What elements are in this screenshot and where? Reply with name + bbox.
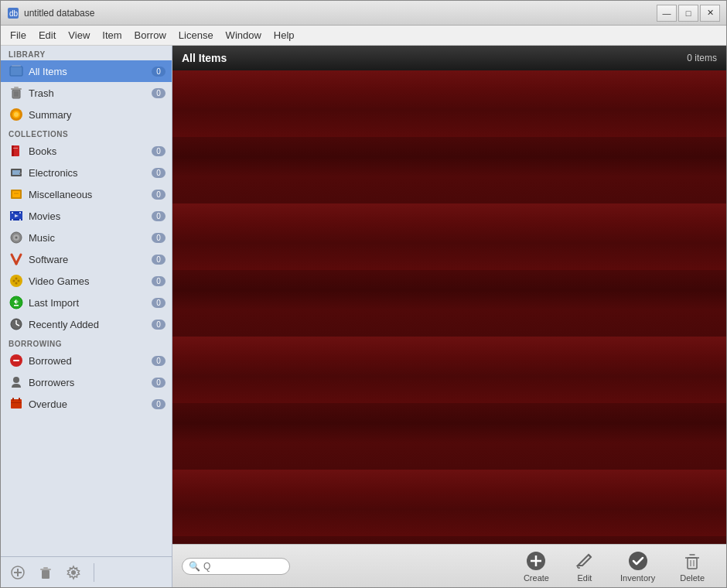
svg-rect-3: [12, 65, 21, 67]
music-label: Music: [29, 232, 152, 244]
menu-license[interactable]: License: [172, 28, 220, 43]
wood-row-2: [172, 137, 726, 203]
movies-label: Movies: [29, 210, 152, 222]
menu-window[interactable]: Window: [220, 28, 268, 43]
electronics-badge: 0: [152, 168, 166, 178]
maximize-button[interactable]: □: [678, 5, 698, 22]
svg-rect-15: [13, 148, 18, 149]
search-icon: 🔍: [189, 561, 200, 572]
sidebar-item-summary[interactable]: Summary: [1, 104, 172, 125]
svg-rect-57: [42, 570, 49, 579]
sidebar-item-music[interactable]: Music 0: [1, 227, 172, 248]
svg-rect-6: [14, 87, 19, 88]
wood-row-5: [172, 337, 726, 403]
sidebar-item-all-items[interactable]: All Items 0: [1, 60, 172, 82]
content-body[interactable]: [172, 70, 726, 544]
collections-section-label: COLLECTIONS: [1, 125, 172, 140]
sidebar-item-overdue[interactable]: Overdue 0: [1, 393, 172, 415]
electronics-icon: [9, 165, 24, 180]
close-button[interactable]: ✕: [700, 5, 720, 22]
sidebar-item-borrowed[interactable]: Borrowed 0: [1, 350, 172, 371]
menu-edit[interactable]: Edit: [32, 28, 62, 43]
all-items-icon: [9, 63, 24, 79]
wood-row-4: [172, 270, 726, 337]
edit-label: Edit: [577, 573, 592, 583]
wood-row-8: [172, 536, 726, 544]
window-title: untitled database: [24, 8, 657, 19]
sidebar-item-recently-added[interactable]: Recently Added 0: [1, 313, 172, 335]
sidebar-toolbar: [1, 556, 172, 587]
sidebar-item-books[interactable]: Books 0: [1, 140, 172, 162]
title-bar: db untitled database — □ ✕: [1, 1, 726, 26]
svg-line-33: [12, 255, 16, 264]
content-header: All Items 0 items: [172, 46, 726, 70]
video-games-label: Video Games: [29, 275, 152, 287]
summary-label: Summary: [29, 109, 166, 121]
create-button[interactable]: Create: [511, 547, 561, 586]
content-count: 0 items: [687, 53, 717, 63]
recently-added-label: Recently Added: [29, 319, 152, 330]
borrowed-badge: 0: [152, 356, 166, 366]
delete-button[interactable]: Delete: [667, 547, 717, 586]
music-badge: 0: [152, 233, 166, 243]
remove-collection-button[interactable]: [35, 562, 56, 583]
all-items-label: All Items: [29, 66, 152, 77]
books-icon: [9, 143, 24, 159]
svg-rect-53: [11, 402, 22, 403]
search-box[interactable]: 🔍: [182, 558, 290, 575]
inventory-button[interactable]: Inventory: [608, 547, 667, 586]
sidebar-item-movies[interactable]: Movies 0: [1, 205, 172, 227]
sidebar-item-misc[interactable]: Miscellaneous 0: [1, 183, 172, 205]
svg-point-66: [629, 552, 647, 570]
svg-rect-58: [40, 569, 51, 570]
sidebar-item-trash[interactable]: Trash 0: [1, 82, 172, 104]
svg-rect-2: [10, 67, 22, 76]
all-items-badge: 0: [152, 67, 166, 77]
svg-rect-17: [12, 170, 20, 175]
svg-point-60: [71, 570, 76, 575]
svg-rect-43: [14, 305, 19, 306]
music-icon: [9, 230, 24, 245]
svg-point-27: [12, 219, 13, 220]
edit-button[interactable]: Edit: [561, 547, 608, 586]
sidebar-item-last-import[interactable]: Last Import 0: [1, 292, 172, 313]
svg-rect-52: [19, 398, 20, 401]
create-label: Create: [524, 573, 549, 583]
sidebar-item-video-games[interactable]: Video Games 0: [1, 270, 172, 292]
movies-badge: 0: [152, 211, 166, 221]
sidebar-item-borrowers[interactable]: Borrowers 0: [1, 371, 172, 393]
settings-button[interactable]: [63, 562, 84, 583]
menu-item[interactable]: Item: [96, 28, 128, 43]
svg-point-37: [18, 280, 20, 282]
inventory-icon: [627, 550, 649, 572]
video-games-icon: [9, 273, 24, 289]
menu-bar: File Edit View Item Borrow License Windo…: [1, 26, 726, 46]
minimize-button[interactable]: —: [657, 5, 677, 22]
library-section-label: LIBRARY: [1, 46, 172, 60]
main-window: db untitled database — □ ✕ File Edit Vie…: [0, 0, 727, 588]
create-icon: [525, 550, 547, 572]
toolbar-actions: Create Edit Inventory: [511, 547, 717, 586]
misc-badge: 0: [152, 190, 166, 200]
borrowed-icon: [9, 353, 24, 368]
svg-point-32: [15, 237, 18, 239]
sidebar-item-software[interactable]: Software 0: [1, 248, 172, 270]
add-collection-button[interactable]: [7, 562, 29, 583]
menu-borrow[interactable]: Borrow: [128, 28, 172, 43]
video-games-badge: 0: [152, 276, 166, 286]
wood-row-3: [172, 203, 726, 270]
menu-file[interactable]: File: [4, 28, 32, 43]
borrowed-label: Borrowed: [29, 355, 152, 367]
borrowers-badge: 0: [152, 378, 166, 388]
svg-point-49: [13, 377, 19, 383]
search-input[interactable]: [203, 561, 281, 572]
svg-point-39: [15, 282, 18, 285]
svg-line-34: [16, 255, 21, 264]
sidebar-item-electronics[interactable]: Electronics 0: [1, 162, 172, 183]
overdue-icon: [9, 396, 24, 412]
menu-view[interactable]: View: [62, 28, 96, 43]
svg-rect-21: [14, 193, 19, 194]
menu-help[interactable]: Help: [268, 28, 301, 43]
svg-point-38: [15, 278, 18, 280]
overdue-label: Overdue: [29, 398, 152, 410]
